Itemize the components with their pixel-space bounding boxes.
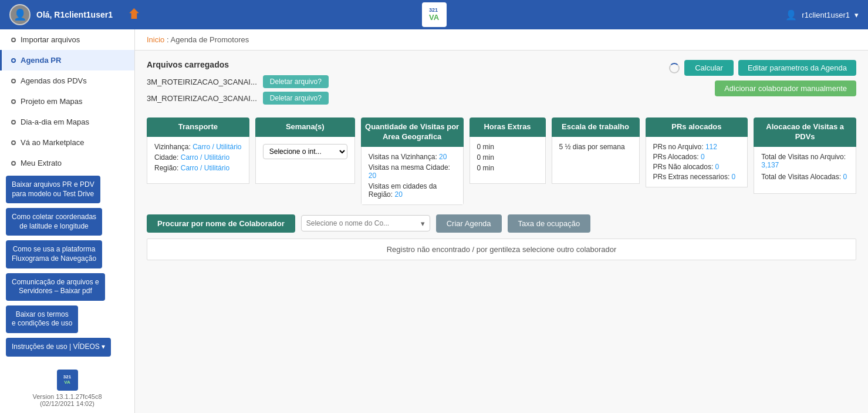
delete-file-1-button[interactable]: Deletar arquivo? bbox=[263, 75, 329, 88]
visitas-vizinhanca-value[interactable]: 20 bbox=[439, 153, 447, 161]
prs-alocados-label: PRs Alocados: bbox=[653, 153, 699, 161]
header-left: 👤 Olá, R1client1user1 🡅 bbox=[9, 4, 141, 25]
adicionar-button[interactable]: Adicionar colaborador manualmente bbox=[715, 80, 856, 96]
semana-select[interactable]: Selecione o int... bbox=[263, 144, 347, 159]
card-visitas: Quantidade de Visitas por Area Geografic… bbox=[361, 117, 464, 205]
sidebar-item-importar[interactable]: Importar arquivos bbox=[0, 29, 134, 50]
card-horas-header: Horas Extras bbox=[470, 117, 546, 137]
visitas-cidade-label: Visitas na mesma Cidade: bbox=[369, 163, 450, 172]
horas-line-2: 0 min bbox=[477, 153, 538, 162]
procurar-button[interactable]: Procurar por nome de Colaborador bbox=[147, 214, 295, 233]
criar-agenda-button[interactable]: Criar Agenda bbox=[436, 214, 502, 233]
prs-extras-label: PRs Extras necessarios: bbox=[653, 173, 730, 181]
colaborador-input[interactable] bbox=[304, 216, 418, 231]
colaborador-dropdown-icon[interactable]: ▾ bbox=[418, 219, 427, 228]
sidebar-btn-coletar[interactable]: Como coletar coordenadas de latitude e l… bbox=[6, 208, 102, 236]
editar-button[interactable]: Editar parametros da Agenda bbox=[738, 60, 856, 76]
app-header: 👤 Olá, R1client1user1 🡅 321 VA 👤 r1clien… bbox=[0, 0, 868, 29]
card-prs: PRs alocados PRs no Arquivo: 112 PRs Alo… bbox=[646, 117, 748, 205]
sidebar-btn-comunicacao[interactable]: Comunicação de arquivos e Servidores – B… bbox=[6, 273, 105, 301]
vizinhanca-link[interactable]: Carro / Utilitário bbox=[192, 143, 241, 151]
content-area: Arquivos carregados 3M_ROTEIRIZACAO_3CAN… bbox=[135, 51, 868, 270]
taxa-ocupacao-button[interactable]: Taxa de ocupação bbox=[508, 214, 591, 233]
files-and-actions: Arquivos carregados 3M_ROTEIRIZACAO_3CAN… bbox=[147, 60, 856, 108]
sidebar-dot-dia-dia bbox=[11, 120, 16, 125]
cidade-transport-label: Cidade: bbox=[154, 153, 178, 162]
alocacao-arquivo-value[interactable]: 3,137 bbox=[761, 161, 779, 169]
sidebar-dot-importar bbox=[11, 38, 16, 42]
sidebar-btn-usa[interactable]: Como se usa a plataforma Fluxograma de N… bbox=[6, 240, 102, 268]
sidebar-item-projeto-mapas[interactable]: Projeto em Mapas bbox=[0, 91, 134, 112]
prs-nao-alocados-label: PRs Não alocados: bbox=[653, 163, 714, 171]
card-transporte: Transporte Vizinhança: Carro / Utilitári… bbox=[147, 117, 249, 205]
avatar: 👤 bbox=[9, 4, 31, 25]
escala-value: 5 ½ dias por semana bbox=[559, 143, 625, 151]
status-message: Registro não encontrado / por gentileza … bbox=[147, 239, 856, 260]
sidebar-item-dia-dia[interactable]: Dia-a-dia em Mapas bbox=[0, 112, 134, 132]
sidebar: Importar arquivos Agenda PR Agendas dos … bbox=[0, 29, 135, 413]
sidebar-item-extrato[interactable]: Meu Extrato bbox=[0, 153, 134, 173]
card-horas: Horas Extras 0 min 0 min 0 min bbox=[470, 117, 546, 205]
breadcrumb-current: Agenda de Promotores bbox=[171, 35, 249, 44]
breadcrumb: Inicio : Agenda de Promotores bbox=[135, 29, 868, 51]
delete-file-2-button[interactable]: Deletar arquivo? bbox=[263, 92, 329, 105]
file-row-1: 3M_ROTEIRIZACAO_3CANAI... Deletar arquiv… bbox=[147, 75, 657, 88]
card-alocacao-header: Alocacao de Visitas a PDVs bbox=[754, 117, 856, 147]
user-icon: 👤 bbox=[785, 9, 797, 21]
card-transporte-body: Vizinhança: Carro / Utilitário Cidade: C… bbox=[147, 137, 249, 184]
header-caret[interactable]: ▾ bbox=[855, 11, 859, 19]
visitas-regiao-value[interactable]: 20 bbox=[394, 190, 402, 199]
sidebar-label-extrato: Meu Extrato bbox=[21, 159, 62, 167]
cards-row: Transporte Vizinhança: Carro / Utilitári… bbox=[147, 117, 856, 205]
sidebar-label-agenda-pr: Agenda PR bbox=[21, 56, 61, 65]
card-horas-body: 0 min 0 min 0 min bbox=[470, 137, 546, 184]
prs-arquivo-value[interactable]: 112 bbox=[705, 143, 717, 151]
breadcrumb-inicio[interactable]: Inicio bbox=[147, 35, 164, 44]
sidebar-btn-baixar[interactable]: Baixar arquivos PR e PDV para modelo ou … bbox=[6, 176, 100, 203]
sidebar-dot-agenda-pr bbox=[11, 58, 16, 63]
header-username[interactable]: r1client1user1 bbox=[802, 11, 850, 19]
main-layout: Importar arquivos Agenda PR Agendas dos … bbox=[0, 29, 868, 413]
sidebar-nav: Importar arquivos Agenda PR Agendas dos … bbox=[0, 29, 134, 364]
sidebar-label-projeto-mapas: Projeto em Mapas bbox=[21, 97, 83, 106]
alocacao-arquivo-label: Total de Visitas no Arquivo: bbox=[761, 153, 846, 161]
horas-line-1: 0 min bbox=[477, 143, 538, 151]
sidebar-btn-instrucoes[interactable]: Instruções de uso | VÍDEOS ▾ bbox=[6, 338, 111, 357]
card-escala-body: 5 ½ dias por semana bbox=[552, 137, 640, 184]
sidebar-btn-termos[interactable]: Baixar os termos e condições de uso bbox=[6, 305, 78, 333]
sidebar-item-agendas-pdvs[interactable]: Agendas dos PDVs bbox=[0, 70, 134, 91]
cidade-transport-link[interactable]: Carro / Utilitário bbox=[181, 153, 229, 162]
prs-arquivo-label: PRs no Arquivo: bbox=[653, 143, 704, 151]
sidebar-item-marketplace[interactable]: Vá ao Marketplace bbox=[0, 132, 134, 153]
card-semana-body: Selecione o int... bbox=[255, 137, 355, 184]
prs-extras-value[interactable]: 0 bbox=[732, 173, 736, 181]
card-alocacao: Alocacao de Visitas a PDVs Total de Visi… bbox=[754, 117, 856, 205]
sidebar-item-agenda-pr[interactable]: Agenda PR bbox=[0, 50, 134, 70]
header-greeting: Olá, R1client1user1 bbox=[36, 10, 113, 19]
actions-section: Calcular Editar parametros da Agenda Adi… bbox=[657, 60, 856, 96]
file-name-1: 3M_ROTEIRIZACAO_3CANAI... bbox=[147, 78, 257, 86]
prs-alocados-value[interactable]: 0 bbox=[701, 153, 705, 161]
vizinhanca-label: Vizinhança: bbox=[154, 143, 191, 151]
files-section: Arquivos carregados 3M_ROTEIRIZACAO_3CAN… bbox=[147, 60, 657, 108]
card-alocacao-body: Total de Visitas no Arquivo: 3,137 Total… bbox=[754, 147, 856, 194]
card-prs-body: PRs no Arquivo: 112 PRs Alocados: 0 PRs … bbox=[646, 137, 748, 187]
main-content: Inicio : Agenda de Promotores Arquivos c… bbox=[135, 29, 868, 413]
alocacao-total-value[interactable]: 0 bbox=[843, 173, 847, 181]
card-escala-header: Escala de trabalho bbox=[552, 117, 640, 137]
files-title: Arquivos carregados bbox=[147, 60, 657, 69]
visitas-cidade-value[interactable]: 20 bbox=[369, 172, 376, 180]
file-row-2: 3M_ROTEIRIZACAO_3CANAI... Deletar arquiv… bbox=[147, 92, 657, 105]
prs-nao-alocados-value[interactable]: 0 bbox=[715, 163, 720, 171]
card-visitas-header: Quantidade de Visitas por Area Geografic… bbox=[361, 117, 464, 147]
card-semana-header: Semana(s) bbox=[255, 117, 355, 137]
back-button[interactable]: 🡅 bbox=[128, 7, 141, 22]
card-prs-header: PRs alocados bbox=[646, 117, 748, 137]
sidebar-label-agendas-pdvs: Agendas dos PDVs bbox=[21, 76, 87, 85]
calcular-button[interactable]: Calcular bbox=[684, 60, 734, 76]
header-right: 👤 r1client1user1 ▾ bbox=[785, 9, 859, 21]
regiao-transport-label: Região: bbox=[154, 164, 178, 172]
regiao-transport-link[interactable]: Carro / Utilitário bbox=[181, 164, 229, 172]
sidebar-label-importar: Importar arquivos bbox=[21, 35, 80, 44]
sidebar-dot-agendas-pdvs bbox=[11, 79, 16, 83]
